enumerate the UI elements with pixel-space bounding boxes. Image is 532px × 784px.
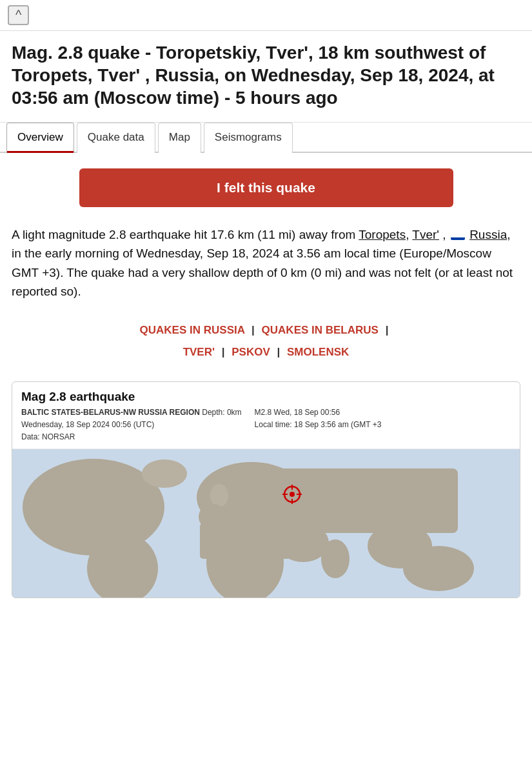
tab-seismograms[interactable]: Seismograms <box>204 123 293 153</box>
chevron-up-icon: ^ <box>15 8 21 22</box>
earthquake-description: A light magnitude 2.8 earthquake hit 17.… <box>12 225 520 301</box>
tab-quake-data[interactable]: Quake data <box>77 123 155 153</box>
map-card-data-source: Data: NORSAR <box>21 432 75 441</box>
tab-seismograms-label: Seismograms <box>215 131 282 143</box>
quakes-belarus-link[interactable]: QUAKES IN BELARUS <box>262 324 379 336</box>
quakes-russia-link[interactable]: QUAKES IN RUSSIA <box>140 324 245 336</box>
collapse-button[interactable]: ^ <box>8 5 29 25</box>
svg-point-12 <box>321 539 350 578</box>
felt-button-label: I felt this quake <box>217 180 315 195</box>
map-area <box>12 449 520 598</box>
russia-flag-icon <box>451 230 465 240</box>
tver-link[interactable]: Tver' <box>412 228 439 241</box>
smolensk-link[interactable]: SMOLENSK <box>287 346 349 358</box>
related-links: QUAKES IN RUSSIA | QUAKES IN BELARUS | T… <box>12 319 520 363</box>
map-card-title: Mag 2.8 earthquake <box>21 390 511 404</box>
tab-map[interactable]: Map <box>158 123 201 153</box>
page-title: Mag. 2.8 quake - Toropetskiy, Tver', 18 … <box>0 31 532 123</box>
svg-point-19 <box>290 492 295 497</box>
map-card-meta-right: M2.8 Wed, 18 Sep 00:56 Local time: 18 Se… <box>255 407 382 444</box>
tab-quake-data-label: Quake data <box>88 131 144 143</box>
svg-rect-9 <box>200 523 290 559</box>
depth-inline: Depth: 0km <box>202 408 241 417</box>
svg-rect-0 <box>451 234 465 237</box>
map-card-date-utc: Wednesday, 18 Sep 2024 00:56 (UTC) <box>21 420 154 429</box>
toropets-link[interactable]: Toropets <box>359 228 406 241</box>
separator-3: | <box>222 346 225 358</box>
map-card-local-time: Local time: 18 Sep 3:56 am (GMT +3 <box>255 420 382 429</box>
map-card-mag: M2.8 Wed, 18 Sep 00:56 <box>255 408 340 417</box>
svg-point-6 <box>210 484 228 507</box>
separator-1: | <box>251 324 255 336</box>
separator-2: | <box>386 324 389 336</box>
tab-map-label: Map <box>169 131 190 143</box>
svg-point-5 <box>239 463 277 499</box>
content-area: I felt this quake A light magnitude 2.8 … <box>0 153 532 624</box>
russia-link[interactable]: Russia <box>469 228 507 241</box>
map-card-meta: BALTIC STATES-BELARUS-NW RUSSIA REGION D… <box>21 407 511 444</box>
felt-this-quake-button[interactable]: I felt this quake <box>79 168 453 207</box>
svg-rect-1 <box>451 237 465 240</box>
tab-overview[interactable]: Overview <box>6 123 74 153</box>
top-bar: ^ <box>0 0 532 31</box>
svg-point-11 <box>277 523 329 562</box>
separator-4: | <box>277 346 281 358</box>
map-card-meta-left: BALTIC STATES-BELARUS-NW RUSSIA REGION D… <box>21 407 242 444</box>
tver-region-link[interactable]: TVER' <box>183 346 215 358</box>
map-card-region: BALTIC STATES-BELARUS-NW RUSSIA REGION <box>21 408 200 417</box>
svg-point-17 <box>142 459 187 488</box>
map-card: Mag 2.8 earthquake BALTIC STATES-BELARUS… <box>12 381 520 599</box>
page-title-text: Mag. 2.8 quake - Toropetskiy, Tver', 18 … <box>12 43 495 108</box>
map-card-header: Mag 2.8 earthquake BALTIC STATES-BELARUS… <box>12 382 520 450</box>
tab-overview-label: Overview <box>17 131 63 143</box>
pskov-link[interactable]: PSKOV <box>232 346 270 358</box>
svg-rect-10 <box>277 468 458 533</box>
tabs-container: Overview Quake data Map Seismograms <box>0 123 532 153</box>
svg-point-16 <box>403 546 474 591</box>
